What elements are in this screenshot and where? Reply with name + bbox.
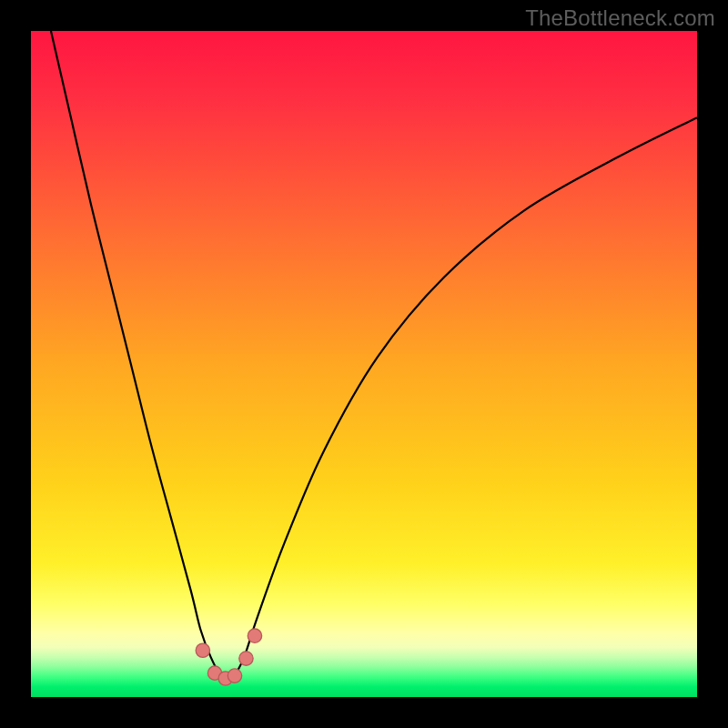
marker-point xyxy=(228,669,241,682)
marker-point xyxy=(248,629,261,642)
watermark-text: TheBottleneck.com xyxy=(525,5,715,31)
marker-point xyxy=(196,643,209,657)
curve-layer xyxy=(31,31,697,697)
marker-point xyxy=(239,652,253,665)
bottleneck-curve xyxy=(51,31,697,680)
plot-area xyxy=(31,31,697,697)
chart-frame: TheBottleneck.com xyxy=(0,0,728,728)
highlight-markers xyxy=(196,629,261,685)
